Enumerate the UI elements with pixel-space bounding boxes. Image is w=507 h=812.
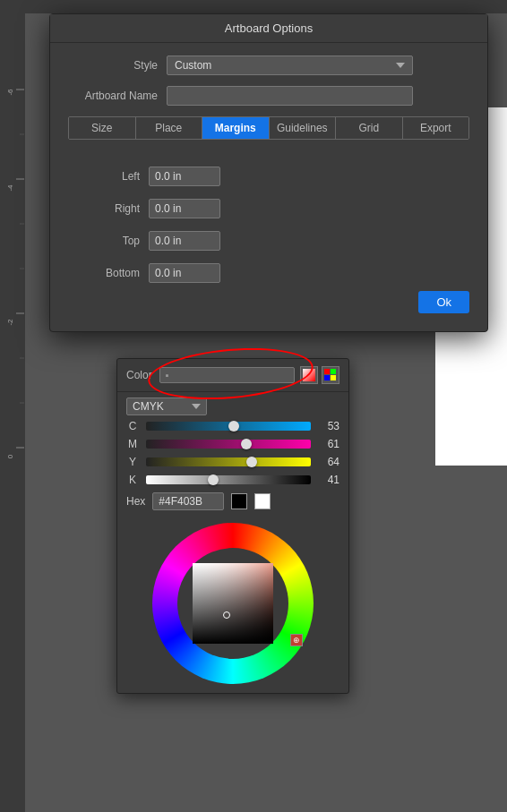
y-label: Y [126, 456, 139, 468]
style-label: Style [68, 59, 158, 72]
color-wheel-container: ⊕ [117, 523, 348, 684]
y-slider[interactable] [146, 457, 311, 466]
hex-label: Hex [126, 495, 145, 508]
m-value: 61 [318, 438, 339, 450]
c-slider-thumb [228, 421, 239, 432]
c-value: 53 [318, 420, 339, 432]
left-input[interactable] [149, 167, 220, 186]
artboard-options-dialog: Artboard Options Style Custom Artboard N… [49, 13, 488, 332]
margins-section: Left Right Top Bottom [68, 158, 469, 283]
svg-text:-2: -2 [6, 319, 14, 326]
style-row: Style Custom [68, 56, 469, 75]
style-value: Custom [175, 59, 392, 72]
color-icon-group [300, 366, 339, 384]
white-swatch[interactable] [254, 493, 271, 509]
dialog-body: Style Custom Artboard Name Size Place Ma… [50, 43, 487, 331]
tab-place[interactable]: Place [136, 117, 203, 139]
tab-grid[interactable]: Grid [336, 117, 403, 139]
color-swatches-icon[interactable] [322, 366, 339, 384]
dialog-title-bar: Artboard Options [50, 14, 487, 43]
right-input[interactable] [149, 199, 220, 218]
margin-bottom-row: Bottom [68, 263, 469, 283]
color-picker-popup: Color ▪ CMYK C [116, 358, 349, 694]
color-gradient-icon[interactable] [300, 366, 318, 384]
bottom-input[interactable] [149, 263, 220, 283]
right-label: Right [68, 202, 140, 215]
svg-rect-15 [324, 369, 330, 374]
ruler-left: -6 -4 -2 0 [0, 0, 25, 812]
c-slider[interactable] [146, 422, 311, 431]
color-marker-icon: ⊕ [290, 634, 303, 646]
chevron-down-icon [396, 63, 405, 68]
c-slider-row: C 53 [117, 417, 348, 435]
k-slider-row: K 41 [117, 471, 348, 489]
m-label: M [126, 438, 139, 450]
left-label: Left [68, 170, 140, 183]
artboard-name-label: Artboard Name [68, 90, 158, 102]
m-slider-thumb [241, 439, 252, 449]
m-slider-row: M 61 [117, 435, 348, 453]
top-label: Top [68, 235, 140, 247]
cmyk-row: CMYK [117, 392, 348, 417]
color-wheel[interactable]: ⊕ [152, 523, 314, 684]
color-swatch-select[interactable]: ▪ [159, 367, 295, 383]
hex-row: Hex [117, 489, 348, 514]
tab-export[interactable]: Export [403, 117, 469, 139]
y-slider-row: Y 64 [117, 453, 348, 471]
c-label: C [126, 420, 139, 432]
color-crosshair [223, 611, 230, 619]
bottom-label: Bottom [68, 267, 140, 279]
artboard-name-row: Artboard Name [68, 86, 469, 106]
k-slider[interactable] [146, 475, 311, 484]
color-header-row: Color ▪ [117, 359, 348, 392]
svg-rect-17 [324, 375, 330, 380]
style-select[interactable]: Custom [167, 56, 413, 75]
tab-size[interactable]: Size [69, 117, 136, 139]
svg-rect-0 [0, 0, 25, 812]
color-label: Color [126, 369, 152, 381]
artboard-name-input[interactable] [167, 86, 413, 106]
tab-margins[interactable]: Margins [202, 117, 270, 139]
color-gradient-box[interactable] [193, 563, 273, 644]
k-value: 41 [318, 474, 339, 486]
svg-rect-14 [303, 369, 315, 381]
color-swatch-value: ▪ [166, 370, 288, 380]
svg-text:-6: -6 [6, 89, 14, 96]
dialog-title: Artboard Options [225, 21, 313, 35]
tab-guidelines[interactable]: Guidelines [270, 117, 337, 139]
k-slider-thumb [208, 474, 219, 485]
svg-text:0: 0 [6, 454, 14, 458]
hex-input[interactable] [152, 492, 224, 510]
cmyk-value: CMYK [133, 400, 188, 413]
k-label: K [126, 474, 139, 486]
cmyk-chevron-icon [192, 404, 201, 409]
margin-right-row: Right [68, 199, 469, 218]
ok-button[interactable]: Ok [418, 291, 469, 313]
margin-top-row: Top [68, 231, 469, 251]
tabs-row: Size Place Margins Guidelines Grid Expor… [68, 116, 469, 140]
svg-rect-18 [331, 375, 336, 380]
margin-left-row: Left [68, 167, 469, 186]
ruler-top [25, 0, 507, 14]
svg-rect-16 [331, 369, 336, 374]
svg-text:-4: -4 [6, 184, 14, 192]
y-slider-thumb [246, 457, 257, 467]
y-value: 64 [318, 456, 339, 468]
cmyk-select[interactable]: CMYK [126, 397, 207, 415]
m-slider[interactable] [146, 440, 311, 449]
black-swatch[interactable] [231, 493, 247, 509]
top-input[interactable] [149, 231, 220, 251]
